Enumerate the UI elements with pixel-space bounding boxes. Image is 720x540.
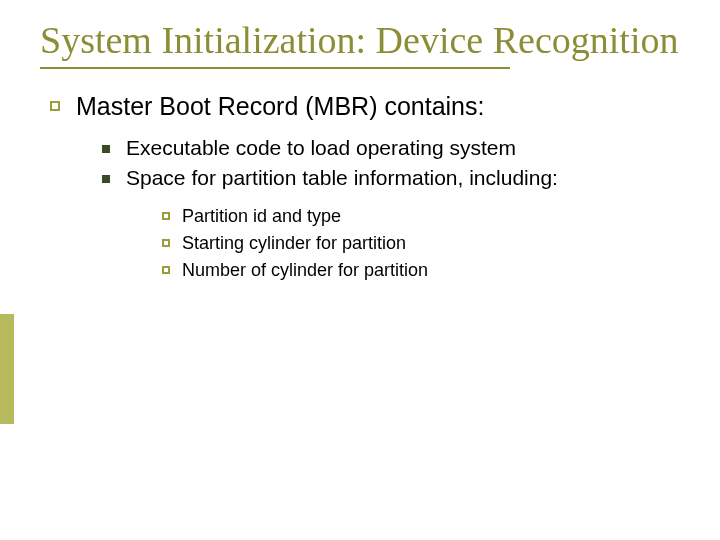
- list-item: Partition id and type: [162, 203, 692, 230]
- bullet-text: Starting cylinder for partition: [182, 230, 406, 257]
- bullet-level-3: Partition id and type Starting cylinder …: [162, 203, 692, 284]
- slide: System Initialization: Device Recognitio…: [0, 0, 720, 540]
- list-item: Space for partition table information, i…: [102, 164, 692, 192]
- hollow-square-icon: [162, 239, 170, 247]
- bullet-text: Space for partition table information, i…: [126, 164, 558, 192]
- hollow-square-icon: [50, 101, 60, 111]
- title-underline: [40, 67, 510, 69]
- bullet-level-2: Executable code to load operating system…: [102, 134, 692, 193]
- list-item: Executable code to load operating system: [102, 134, 692, 162]
- filled-square-icon: [102, 145, 110, 153]
- bullet-level-1: Master Boot Record (MBR) contains:: [50, 91, 692, 122]
- hollow-square-icon: [162, 266, 170, 274]
- slide-title: System Initialization: Device Recognitio…: [40, 18, 692, 63]
- filled-square-icon: [102, 175, 110, 183]
- list-item: Master Boot Record (MBR) contains:: [50, 91, 692, 122]
- list-item: Number of cylinder for partition: [162, 257, 692, 284]
- bullet-text: Executable code to load operating system: [126, 134, 516, 162]
- bullet-text: Partition id and type: [182, 203, 341, 230]
- list-item: Starting cylinder for partition: [162, 230, 692, 257]
- bullet-text: Number of cylinder for partition: [182, 257, 428, 284]
- accent-sidebar: [0, 314, 14, 424]
- bullet-text: Master Boot Record (MBR) contains:: [76, 91, 484, 122]
- hollow-square-icon: [162, 212, 170, 220]
